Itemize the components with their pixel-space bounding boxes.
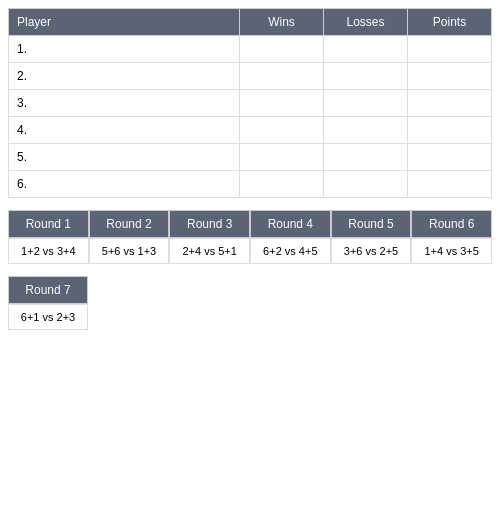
wins-cell xyxy=(240,117,324,144)
table-row: 3. xyxy=(9,90,492,117)
wins-cell xyxy=(240,36,324,63)
points-cell xyxy=(408,144,492,171)
round-header-6: Round 6 xyxy=(411,210,492,238)
round-matchup-3: 2+4 vs 5+1 xyxy=(169,238,250,264)
player-number: 3. xyxy=(9,90,240,117)
player-number: 1. xyxy=(9,36,240,63)
round7-container: Round 7 6+1 vs 2+3 xyxy=(8,276,88,330)
player-header: Player xyxy=(9,9,240,36)
rounds-grid: Round 1Round 2Round 3Round 4Round 5Round… xyxy=(8,210,492,264)
round7-header: Round 7 xyxy=(8,276,88,304)
wins-cell xyxy=(240,63,324,90)
rounds-container: Round 1Round 2Round 3Round 4Round 5Round… xyxy=(8,210,492,264)
table-row: 1. xyxy=(9,36,492,63)
losses-header: Losses xyxy=(324,9,408,36)
points-cell xyxy=(408,36,492,63)
wins-cell xyxy=(240,144,324,171)
round-header-5: Round 5 xyxy=(331,210,412,238)
round-matchup-4: 6+2 vs 4+5 xyxy=(250,238,331,264)
round-matchup-2: 5+6 vs 1+3 xyxy=(89,238,170,264)
round7-matchup: 6+1 vs 2+3 xyxy=(8,304,88,330)
table-row: 6. xyxy=(9,171,492,198)
player-number: 4. xyxy=(9,117,240,144)
points-cell xyxy=(408,171,492,198)
points-header: Points xyxy=(408,9,492,36)
standings-table: Player Wins Losses Points 1. 2. 3. 4. xyxy=(8,8,492,198)
losses-cell xyxy=(324,63,408,90)
losses-cell xyxy=(324,171,408,198)
losses-cell xyxy=(324,144,408,171)
round-matchup-6: 1+4 vs 3+5 xyxy=(411,238,492,264)
player-number: 6. xyxy=(9,171,240,198)
points-cell xyxy=(408,63,492,90)
round-matchup-1: 1+2 vs 3+4 xyxy=(8,238,89,264)
round-header-3: Round 3 xyxy=(169,210,250,238)
round-matchup-5: 3+6 vs 2+5 xyxy=(331,238,412,264)
points-cell xyxy=(408,90,492,117)
losses-cell xyxy=(324,117,408,144)
player-number: 2. xyxy=(9,63,240,90)
table-row: 5. xyxy=(9,144,492,171)
losses-cell xyxy=(324,90,408,117)
losses-cell xyxy=(324,36,408,63)
round-header-4: Round 4 xyxy=(250,210,331,238)
wins-cell xyxy=(240,90,324,117)
round-header-1: Round 1 xyxy=(8,210,89,238)
round-header-2: Round 2 xyxy=(89,210,170,238)
table-row: 2. xyxy=(9,63,492,90)
player-number: 5. xyxy=(9,144,240,171)
wins-header: Wins xyxy=(240,9,324,36)
wins-cell xyxy=(240,171,324,198)
table-row: 4. xyxy=(9,117,492,144)
points-cell xyxy=(408,117,492,144)
